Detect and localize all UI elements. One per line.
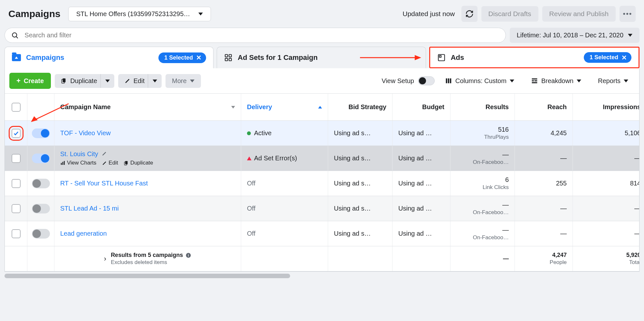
footer-reach: 4,247 (552, 252, 567, 259)
svg-line-1 (16, 36, 18, 38)
col-results[interactable]: Results (486, 103, 509, 111)
budget-value: Using ad … (398, 155, 444, 162)
edit-action[interactable]: Edit (102, 160, 118, 166)
col-campaign-name[interactable]: Campaign Name (60, 103, 111, 111)
view-charts-action[interactable]: View Charts (60, 160, 96, 166)
annotation-arrow-icon (360, 54, 421, 61)
date-range-selector[interactable]: Lifetime: Jul 10, 2018 – Dec 21, 2020 (510, 28, 639, 43)
footer-reach-sub: People (550, 259, 567, 266)
svg-rect-10 (63, 79, 66, 82)
duplicate-dropdown[interactable] (100, 74, 114, 88)
select-all-checkbox[interactable] (12, 103, 21, 112)
warning-icon (247, 156, 251, 160)
campaign-name-link[interactable]: St. Louis City (60, 150, 98, 157)
row-checkbox[interactable] (12, 154, 21, 163)
tab-label: Campaigns (26, 53, 64, 62)
create-button[interactable]: + Create (9, 73, 51, 89)
col-reach[interactable]: Reach (547, 103, 567, 111)
breakdown-label: Breakdown (541, 77, 573, 85)
duplicate-button[interactable]: Duplicate (55, 74, 103, 88)
tab-label: Ad Sets for 1 Campaign (238, 53, 317, 62)
results-value: 516 (498, 126, 509, 133)
svg-rect-18 (532, 82, 537, 83)
plus-icon: + (16, 77, 21, 85)
account-selector[interactable]: STL Home Offers (193599752313295… (68, 7, 211, 21)
bid-value: Using ad s… (334, 155, 386, 162)
search-input[interactable] (24, 32, 499, 39)
refresh-button[interactable] (461, 6, 478, 22)
table-footer-row: › Results from 5 campaigns i Excludes de… (5, 246, 639, 271)
tab-campaigns[interactable]: Campaigns 1 Selected ✕ (5, 47, 213, 68)
campaign-name-link[interactable]: STL Lead Ad - 15 mi (60, 205, 235, 212)
check-icon (13, 130, 19, 136)
campaigns-selected-pill[interactable]: 1 Selected ✕ (158, 52, 206, 63)
chevron-down-icon (105, 80, 110, 82)
table-row[interactable]: STL Lead Ad - 15 mi Off Using ad s… Usin… (5, 196, 639, 221)
row-toggle[interactable] (32, 204, 50, 213)
bid-value: Using ad s… (334, 205, 386, 212)
view-setup-label: View Setup (382, 77, 414, 85)
svg-rect-5 (229, 58, 232, 61)
svg-rect-16 (532, 80, 534, 81)
info-icon[interactable]: i (185, 252, 191, 258)
last-updated-text: Updated just now (402, 10, 455, 18)
more-button[interactable]: More (166, 74, 201, 88)
edit-dropdown[interactable] (148, 74, 162, 88)
row-toggle[interactable] (32, 179, 50, 188)
row-checkbox[interactable] (12, 204, 21, 213)
columns-button[interactable]: Columns: Custom (439, 74, 521, 88)
pencil-icon (125, 78, 130, 84)
table-row[interactable]: Lead generation Off Using ad s… Using ad… (5, 221, 639, 246)
tab-ad-sets[interactable]: Ad Sets for 1 Campaign (217, 47, 426, 68)
bid-value: Using ad s… (334, 129, 386, 137)
col-delivery[interactable]: Delivery (247, 103, 272, 111)
discard-drafts-button[interactable]: Discard Drafts (481, 6, 538, 22)
results-sub: Link Clicks (483, 184, 509, 191)
footer-impressions: 5,920 (626, 252, 639, 259)
sort-caret-icon[interactable] (231, 106, 235, 109)
svg-rect-14 (450, 79, 451, 83)
impressions-value: 814 (630, 180, 639, 187)
footer-impressions-sub: Total (629, 259, 639, 266)
review-publish-button[interactable]: Review and Publish (542, 6, 616, 22)
search-filter-box[interactable] (5, 28, 506, 43)
row-toggle[interactable] (32, 154, 50, 163)
row-checkbox[interactable] (12, 179, 21, 188)
row-checkbox[interactable] (12, 229, 21, 238)
date-range-label: Lifetime: Jul 10, 2018 – Dec 21, 2020 (517, 32, 623, 39)
ads-selected-pill[interactable]: 1 Selected ✕ (584, 52, 631, 63)
sort-asc-icon (318, 106, 322, 109)
col-impressions[interactable]: Impressions (603, 103, 639, 111)
more-options-button[interactable]: ••• (620, 6, 636, 22)
reports-button[interactable]: Reports (592, 74, 635, 88)
campaign-name-link[interactable]: TOF - Video View (60, 129, 235, 137)
campaign-name-link[interactable]: Lead generation (60, 230, 235, 237)
duplicate-action[interactable]: Duplicate (124, 160, 153, 166)
horizontal-scrollbar[interactable] (5, 274, 639, 278)
breakdown-button[interactable]: Breakdown (525, 74, 588, 88)
close-icon[interactable]: ✕ (196, 54, 202, 61)
table-row[interactable]: St. Louis City View Charts Edit Duplicat… (5, 146, 639, 171)
col-budget[interactable]: Budget (422, 103, 444, 111)
edit-label: Edit (134, 77, 145, 85)
expand-icon[interactable]: › (104, 255, 106, 263)
edit-button[interactable]: Edit (118, 74, 151, 88)
row-toggle[interactable] (32, 128, 50, 138)
table-row[interactable]: TOF - Video View Active Using ad s… Usin… (5, 121, 639, 146)
campaign-name-link[interactable]: RT - Sell Your STL House Fast (60, 180, 235, 187)
chevron-down-icon (577, 80, 581, 82)
table-row[interactable]: RT - Sell Your STL House Fast Off Using … (5, 171, 639, 196)
svg-rect-9 (439, 55, 441, 57)
view-setup-toggle[interactable] (418, 76, 435, 85)
chevron-down-icon (198, 13, 203, 15)
results-sub: On-Faceboo… (473, 209, 509, 216)
tab-ads[interactable]: Ads 1 Selected ✕ (429, 47, 639, 68)
page-title: Campaigns (8, 8, 61, 19)
close-icon[interactable]: ✕ (621, 54, 627, 61)
budget-value: Using ad … (398, 230, 444, 237)
folder-icon (12, 54, 21, 61)
row-toggle[interactable] (32, 229, 50, 239)
pencil-icon[interactable] (102, 151, 107, 156)
col-bid[interactable]: Bid Strategy (348, 103, 386, 111)
row-checkbox[interactable] (12, 129, 21, 138)
